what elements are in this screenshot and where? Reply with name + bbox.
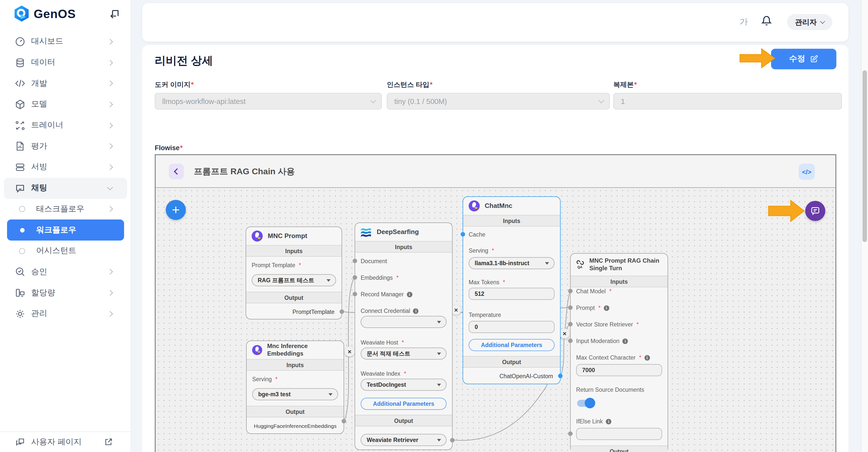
sidebar-item-admin[interactable]: 관리 [0,303,131,324]
input-handle[interactable] [568,289,572,293]
cube-icon [15,99,25,109]
info-icon: i [413,308,419,314]
caret-down-icon [437,321,441,323]
sidebar-item-taskflow[interactable]: 태스크플로우 [0,199,131,220]
node-header: Mnc Inference Embeddings [247,341,344,359]
caret-down-icon [437,383,441,386]
max-tokens-input[interactable]: 512 [469,288,555,300]
sidebar-item-dashboard[interactable]: 대시보드 [0,31,131,52]
node-chatmnc[interactable]: ChatMnc Inputs Cache Serving* llama3.1-8… [463,196,561,384]
input-handle[interactable] [352,292,357,296]
inputs-band: Inputs [246,245,342,257]
additional-parameters-button[interactable]: Additional Parameters [469,339,555,351]
sidebar-item-workflow[interactable]: 워크플로우 [7,220,124,240]
input-handle[interactable] [352,275,357,280]
output-handle[interactable] [558,374,563,378]
chevron-right-icon [107,143,113,149]
docker-image-select[interactable]: llmops-workflow-api:latest [155,93,382,109]
node-header: QA MNC Prompt RAG Chain Single Turn [570,254,668,276]
serving-select[interactable]: llama3.1-8b-instruct [469,257,555,269]
chevron-right-icon [107,101,113,107]
field-label: Return Source Documents [576,386,662,394]
field-label: Weaviate Index* [361,369,446,378]
chevron-right-icon [107,80,113,86]
code-view-button[interactable]: </> [799,164,815,180]
output-handle[interactable] [342,419,346,423]
gear-icon [15,309,25,319]
flow-canvas[interactable]: + ✕ ✕ ✕ MNC Prompt Inp [156,188,835,452]
output-select[interactable]: Weaviate Retriever [361,434,446,446]
chevron-right-icon [107,290,113,296]
info-icon: i [606,419,611,424]
replicas-input[interactable]: 1 [613,93,842,109]
max-context-input[interactable]: 7000 [576,364,662,376]
info-icon: i [623,338,628,344]
toggle-knob [585,398,595,408]
node-mnc-embeddings[interactable]: Mnc Inference Embeddings Inputs Serving*… [246,341,344,434]
sidebar-item-trainer[interactable]: 트레이너 [0,115,131,136]
field-label: IfElse Linki [576,417,662,425]
node-deepsearfing[interactable]: DeepSearfing Inputs Document Embeddings*… [354,223,453,450]
weaviate-host-select[interactable]: 문서 적재 테스트 [361,348,446,360]
chevron-down-icon [370,97,376,103]
profile-menu[interactable]: 관리자 [787,14,832,30]
sidebar-item-assistant[interactable]: 어시스턴트 [0,240,131,261]
additional-parameters-button[interactable]: Additional Parameters [361,398,446,410]
flowise-label: Flowise* [155,144,183,152]
input-handle[interactable] [568,338,572,343]
output-handle[interactable] [450,438,455,443]
scrollbar-thumb[interactable] [863,70,867,242]
docker-image-field: 도커 이미지* llmops-workflow-api:latest [155,80,382,109]
return-source-toggle[interactable] [577,400,594,407]
node-header: DeepSearfing [355,223,452,241]
info-icon: i [603,305,609,311]
output-handle[interactable] [340,310,344,314]
sidebar-item-quota[interactable]: 할당량 [0,283,131,303]
edge-delete-button[interactable]: ✕ [345,347,354,357]
sidebar-item-evaluation[interactable]: 평가 [0,136,131,157]
back-button[interactable] [169,164,184,179]
temperature-input[interactable]: 0 [469,321,555,333]
node-mnc-prompt[interactable]: MNC Prompt Inputs Prompt Template* RAG 프… [246,226,342,319]
edit-button[interactable]: 수정 [771,49,836,69]
sidebar-item-model[interactable]: 모델 [0,94,131,115]
sidebar-item-develop[interactable]: 개발 [0,73,131,94]
sidebar-item-serving[interactable]: 서빙 [0,157,131,177]
connect-credential-select[interactable] [361,316,446,328]
prompt-template-select[interactable]: RAG 프롬프트 테스트 [252,274,336,286]
chat-smile-icon [15,183,25,193]
input-handle[interactable] [568,431,572,436]
input-handle[interactable] [568,322,572,326]
node-header: ChatMnc [463,197,560,215]
mnc-logo-icon [252,344,263,356]
inputs-band: Inputs [355,241,452,253]
node-rag-chain[interactable]: QA MNC Prompt RAG Chain Single Turn Inpu… [570,253,668,452]
app-title: GenOS [34,7,76,21]
sidebar-item-approval[interactable]: 승인 [0,261,131,282]
add-node-button[interactable]: + [166,200,186,220]
font-size-toggle[interactable]: 가 [739,16,748,28]
sidebar-footer-userpage[interactable]: 사용자 페이지 [0,431,131,452]
input-handle[interactable] [568,305,572,310]
sidebar-item-chat[interactable]: 채팅 [4,178,127,199]
flowise-panel: 프롬프트 RAG Chain 사용 </> + [155,154,836,452]
input-handle[interactable] [461,232,465,236]
chat-preview-button[interactable] [805,201,825,221]
notification-bell-icon[interactable] [761,15,772,26]
serving-select[interactable]: bge-m3 test [252,388,338,400]
edge-delete-button[interactable]: ✕ [560,328,569,338]
genos-logo-icon [13,5,30,22]
info-icon: i [644,355,650,360]
ifelse-link-input[interactable] [576,428,662,440]
node-header: MNC Prompt [246,227,342,245]
database-icon [15,58,25,68]
sidebar-collapse-icon[interactable] [109,8,120,20]
page-scrollbar[interactable] [861,0,868,452]
shuffle-icon [15,120,25,130]
output-name: ChatOpenAI-Custom [469,372,555,380]
sidebar-item-data[interactable]: 데이터 [0,52,131,73]
edge-delete-button[interactable]: ✕ [451,305,461,315]
input-handle[interactable] [352,259,357,263]
instance-type-select[interactable]: tiny (0.1 / 500M) [387,93,610,109]
weaviate-index-select[interactable]: TestDocIngest [361,379,446,391]
